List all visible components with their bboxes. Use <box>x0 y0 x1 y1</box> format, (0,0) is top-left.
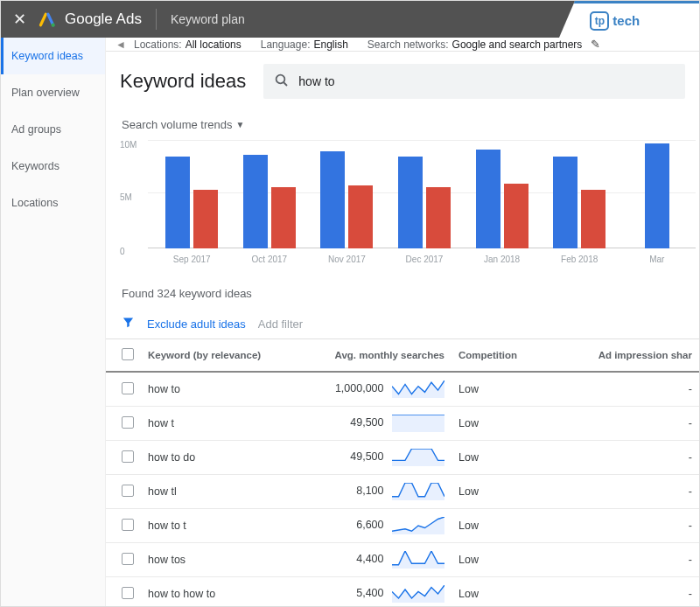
bar-red[interactable] <box>504 184 528 248</box>
filter-bar: ◄ Locations: All locations Language: Eng… <box>106 38 699 52</box>
x-tick: Mar <box>649 255 664 264</box>
divider <box>156 9 157 30</box>
cell-keyword[interactable]: how to do <box>141 441 298 475</box>
sidebar-item-ad-groups[interactable]: Ad groups <box>1 111 105 148</box>
cell-adimp: - <box>548 509 699 543</box>
table-row: how to how to5,400 Low- <box>106 577 699 608</box>
funnel-icon[interactable] <box>122 316 135 331</box>
cell-adimp: - <box>548 441 699 475</box>
chevron-down-icon: ▼ <box>235 120 244 129</box>
chart-dropdown-label: Search volume trends <box>122 118 232 131</box>
google-ads-logo: Google Ads <box>38 10 142 28</box>
x-tick: Oct 2017 <box>252 255 288 264</box>
header-adimp[interactable]: Ad impression shar <box>548 339 699 372</box>
cell-avg: 49,500 <box>298 441 452 475</box>
language-value[interactable]: English <box>313 38 347 51</box>
row-checkbox[interactable] <box>122 553 134 565</box>
main-content: ◄ Locations: All locations Language: Eng… <box>106 38 699 607</box>
sparkline <box>392 585 444 603</box>
sparkline <box>392 517 444 534</box>
row-checkbox[interactable] <box>122 587 134 599</box>
chart-month: Mar <box>618 140 696 248</box>
edit-icon[interactable]: ✎ <box>591 38 600 51</box>
chart: 10M5M0Sep 2017Oct 2017Nov 2017Dec 2017Ja… <box>106 136 699 271</box>
cell-avg: 5,400 <box>298 577 452 608</box>
bar-blue[interactable] <box>165 157 190 248</box>
cell-competition: Low <box>452 407 548 441</box>
row-checkbox[interactable] <box>122 485 134 497</box>
locations-value[interactable]: All locations <box>186 38 242 51</box>
cell-keyword[interactable]: how to t <box>141 509 298 543</box>
bar-blue[interactable] <box>398 157 423 248</box>
table-row: how tl8,100 Low- <box>106 475 699 509</box>
cell-competition: Low <box>452 372 548 407</box>
row-checkbox[interactable] <box>122 416 134 429</box>
techpout-badge: tp <box>590 11 609 31</box>
x-tick: Sep 2017 <box>173 255 211 264</box>
chevron-left-icon[interactable]: ◄ <box>111 38 130 51</box>
page-title: Keyword ideas <box>120 70 246 93</box>
bar-blue[interactable] <box>320 151 345 248</box>
sparkline <box>392 380 444 398</box>
cell-avg: 49,500 <box>298 407 452 441</box>
close-icon[interactable]: ✕ <box>13 10 26 29</box>
cell-adimp: - <box>548 407 699 441</box>
cell-keyword[interactable]: how tl <box>141 475 298 509</box>
locations-label: Locations: <box>134 38 182 51</box>
language-label: Language: <box>261 38 311 51</box>
bar-red[interactable] <box>193 190 218 248</box>
x-tick: Dec 2017 <box>406 255 444 264</box>
header-keyword[interactable]: Keyword (by relevance) <box>141 339 298 372</box>
techpout-watermark: tp techpout <box>559 1 699 38</box>
search-box[interactable] <box>263 64 685 99</box>
bar-red[interactable] <box>348 185 373 248</box>
sparkline <box>392 551 444 569</box>
search-input[interactable] <box>298 74 675 88</box>
cell-adimp: - <box>548 577 699 608</box>
top-bar: ✕ Google Ads Keyword plan tp techpout <box>1 1 699 38</box>
cell-keyword[interactable]: how tos <box>141 543 298 577</box>
cell-competition: Low <box>452 543 548 577</box>
bar-red[interactable] <box>581 190 606 248</box>
bar-blue[interactable] <box>645 143 669 248</box>
bar-blue[interactable] <box>243 155 268 248</box>
search-icon <box>274 73 290 91</box>
header-avg[interactable]: Avg. monthly searches <box>298 339 452 372</box>
row-checkbox[interactable] <box>122 450 134 463</box>
svg-point-0 <box>52 24 55 27</box>
select-all-checkbox[interactable] <box>122 348 134 360</box>
table-row: how to t6,600 Low- <box>106 509 699 543</box>
bar-blue[interactable] <box>476 150 500 248</box>
sparkline <box>392 415 444 432</box>
cell-adimp: - <box>548 475 699 509</box>
sidebar-item-keyword-ideas[interactable]: Keyword ideas <box>1 38 105 74</box>
cell-competition: Low <box>452 441 548 475</box>
product-name: Google Ads <box>65 10 142 28</box>
sidebar-item-locations[interactable]: Locations <box>1 185 105 221</box>
chart-month: Feb 2018 <box>541 140 619 248</box>
cell-competition: Low <box>452 509 548 543</box>
header-competition[interactable]: Competition <box>452 339 548 372</box>
add-filter-link[interactable]: Add filter <box>258 317 303 331</box>
bar-red[interactable] <box>271 187 296 248</box>
chart-month: Oct 2017 <box>231 140 309 248</box>
chart-month: Dec 2017 <box>386 140 464 248</box>
sidebar-item-plan-overview[interactable]: Plan overview <box>1 74 105 111</box>
bar-blue[interactable] <box>553 157 578 248</box>
sidebar-item-keywords[interactable]: Keywords <box>1 148 105 185</box>
networks-label: Search networks: <box>368 38 449 51</box>
bar-red[interactable] <box>426 187 451 248</box>
row-checkbox[interactable] <box>122 519 134 531</box>
cell-keyword[interactable]: how to how to <box>141 577 298 608</box>
table-row: how tos4,400 Low- <box>106 543 699 577</box>
row-checkbox[interactable] <box>122 382 134 394</box>
cell-adimp: - <box>548 372 699 407</box>
chart-dropdown[interactable]: Search volume trends ▼ <box>106 108 699 136</box>
x-tick: Jan 2018 <box>484 255 520 264</box>
cell-competition: Low <box>452 475 548 509</box>
cell-keyword[interactable]: how t <box>141 407 298 441</box>
networks-value[interactable]: Google and search partners <box>452 38 583 51</box>
cell-keyword[interactable]: how to <box>141 372 298 407</box>
table-row: how to1,000,000 Low- <box>106 372 699 407</box>
exclude-adult-link[interactable]: Exclude adult ideas <box>147 317 246 331</box>
